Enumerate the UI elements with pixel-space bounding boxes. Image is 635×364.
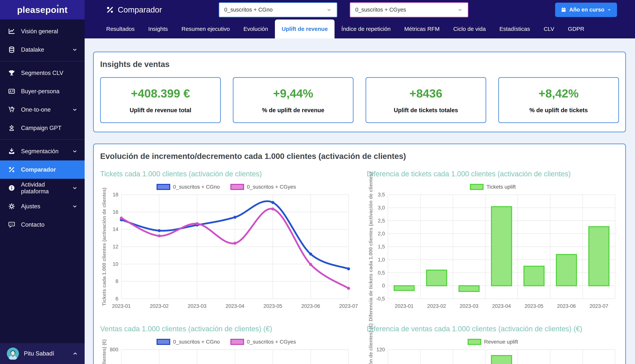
sidebar-item-vision-general[interactable]: Visión general	[0, 22, 85, 40]
svg-text:2,0: 2,0	[378, 231, 385, 236]
sidebar: pleasepoınt Visión general Datalake Segm…	[0, 0, 85, 364]
chevron-down-icon	[72, 204, 78, 209]
id-card-icon	[7, 88, 16, 95]
legend-label: Tickets uplift	[486, 184, 516, 190]
legend-item[interactable]: 0_suscritos + CGno	[157, 339, 220, 345]
tab-metricas-rfm[interactable]: Métricas RFM	[397, 20, 446, 38]
svg-text:2023-01: 2023-01	[112, 303, 131, 309]
chevron-down-icon	[72, 47, 78, 52]
chart-tickets-diff-per-1000: Diferencia de tickets cada 1.000 cliente…	[367, 170, 619, 316]
svg-text:2023-06: 2023-06	[301, 303, 320, 309]
tab-estadisticas[interactable]: Estadísticas	[493, 20, 537, 38]
percent-icon	[7, 166, 16, 173]
insights-title: Insights de ventas	[100, 60, 619, 69]
period-button-label: Año en curso	[569, 6, 604, 13]
metric-card-tickets-uplift-pct: +8,42% % de uplift de tickets	[498, 77, 619, 123]
metric-label: Uplift de tickets totales	[394, 107, 458, 114]
brand-logo-text: pleasepo	[17, 5, 57, 15]
tab-uplift-de-revenue[interactable]: Uplift de revenue	[275, 20, 335, 38]
tab-indice-de-repeticion[interactable]: Índice de repetición	[335, 20, 397, 38]
sidebar-item-actividad-plataforma[interactable]: Actividad plataforma	[0, 179, 85, 197]
avatar	[7, 348, 19, 360]
legend-item[interactable]: Tickets uplift	[470, 184, 516, 190]
sidebar-item-label: Datalake	[21, 46, 44, 53]
sidebar-item-label: One-to-one	[21, 106, 51, 113]
svg-text:Diferencia de ventas cada 1.00: Diferencia de ventas cada 1.000 clientes…	[368, 323, 374, 364]
chart-canvas: 8002023-012023-022023-032023-042023-0520…	[100, 347, 352, 364]
chart-sales-per-1000: Ventas cada 1.000 clientes (activación d…	[100, 325, 352, 364]
calendar-icon	[561, 7, 566, 13]
user-menu[interactable]: Pitu Sabadí	[0, 343, 85, 364]
svg-text:2023-05: 2023-05	[525, 303, 543, 309]
tab-ciclo-de-vida[interactable]: Ciclo de vida	[446, 20, 493, 38]
svg-text:2023-07: 2023-07	[589, 303, 608, 309]
chart-canvas: 3,53,02,52,01,51,00,50-0,52023-012023-02…	[367, 192, 618, 316]
tab-gdpr[interactable]: GDPR	[561, 20, 591, 38]
sidebar-item-label: Segmentación	[21, 148, 59, 155]
sidebar-item-datalake[interactable]: Datalake	[0, 40, 85, 59]
bar-chart: 3,53,02,52,01,51,00,50-0,52023-012023-02…	[367, 192, 619, 316]
sidebar-item-one-to-one[interactable]: One-to-one	[0, 100, 85, 119]
insights-section: Insights de ventas +408.399 € Uplift de …	[93, 52, 626, 132]
chart-canvas: 1202023-012023-022023-032023-042023-0520…	[367, 347, 618, 364]
svg-text:0,5: 0,5	[378, 270, 385, 276]
line-chart: 1816141210862023-012023-022023-032023-04…	[100, 192, 352, 316]
sidebar-menu: Visión general Datalake Segmentos CLV Bu…	[0, 22, 85, 343]
tab-resumen-ejecutivo[interactable]: Resumen ejecutivo	[175, 20, 237, 38]
legend-item[interactable]: 0_suscritos + CGyes	[230, 339, 296, 345]
legend-item[interactable]: 0_suscritos + CGyes	[230, 184, 296, 190]
chevron-down-icon	[72, 186, 78, 191]
chart-title: Diferencia de tickets cada 1.000 cliente…	[367, 170, 619, 178]
svg-text:2023-04: 2023-04	[492, 303, 511, 309]
chart-legend: 0_suscritos + CGno0_suscritos + CGyes	[100, 182, 352, 191]
tab-insights[interactable]: Insights	[141, 20, 175, 38]
gear-icon	[7, 203, 16, 210]
metric-value: +8436	[409, 87, 442, 100]
brand-logo-dot: ı	[57, 4, 59, 15]
sidebar-item-segmentos-clv[interactable]: Segmentos CLV	[0, 64, 85, 82]
legend-swatch	[157, 184, 170, 190]
svg-text:Diferencia de tickets cada 1.0: Diferencia de tickets cada 1.000 cliente…	[368, 172, 374, 321]
metric-value: +408.399 €	[131, 87, 190, 100]
tab-clv[interactable]: CLV	[537, 20, 561, 38]
legend-swatch	[230, 339, 244, 345]
legend-label: Revenue uplift	[484, 339, 518, 345]
sidebar-item-contacto[interactable]: Contacto	[0, 216, 85, 234]
sidebar-item-label: Actividad plataforma	[21, 181, 72, 195]
segment-b-select[interactable]: 0_suscritos + CGyes	[350, 2, 468, 18]
chart-title: Ventas cada 1.000 clientes (activación d…	[100, 325, 352, 333]
main-content: Insights de ventas +408.399 € Uplift de …	[85, 38, 635, 364]
sidebar-item-buyer-persona[interactable]: Buyer-persona	[0, 82, 85, 100]
sidebar-item-label: Ajustes	[21, 203, 40, 210]
chart-tickets-per-1000: Tickets cada 1.000 clientes (activación …	[100, 170, 352, 316]
page-title: Comparador	[106, 5, 162, 14]
sidebar-item-label: Campaign GPT	[21, 125, 62, 132]
metric-label: % de uplift de tickets	[529, 107, 588, 114]
chevron-down-icon	[72, 107, 78, 112]
svg-text:3,5: 3,5	[378, 192, 385, 198]
sidebar-item-ajustes[interactable]: Ajustes	[0, 197, 85, 216]
period-button[interactable]: Año en curso	[555, 3, 617, 17]
metric-card-tickets-uplift-total: +8436 Uplift de tickets totales	[366, 77, 486, 123]
metric-label: Uplift de revenue total	[130, 107, 191, 114]
tab-evolucion[interactable]: Evolución	[237, 20, 275, 38]
legend-item[interactable]: Revenue uplift	[468, 339, 518, 345]
svg-text:3,0: 3,0	[378, 205, 385, 210]
chevron-down-icon	[457, 7, 463, 13]
svg-text:10: 10	[113, 261, 118, 267]
svg-text:800: 800	[110, 347, 118, 352]
metric-label: % de uplift de revenue	[262, 107, 324, 114]
chevron-up-icon	[73, 351, 78, 356]
sidebar-item-segmentacion[interactable]: Segmentación	[0, 142, 85, 160]
chart-line-icon	[7, 28, 16, 35]
comment-dots-icon	[7, 221, 16, 228]
svg-text:16: 16	[113, 209, 118, 215]
sidebar-item-comparador[interactable]: Comparador	[0, 160, 85, 179]
legend-label: 0_suscritos + CGno	[173, 339, 220, 345]
tab-resultados[interactable]: Resultados	[99, 20, 141, 38]
percent-icon	[106, 6, 114, 14]
segment-a-select[interactable]: 0_suscritos + CGno	[219, 2, 337, 18]
svg-text:12: 12	[113, 244, 118, 250]
sidebar-item-campaign-gpt[interactable]: Campaign GPT	[0, 119, 85, 137]
legend-item[interactable]: 0_suscritos + CGno	[157, 184, 220, 190]
